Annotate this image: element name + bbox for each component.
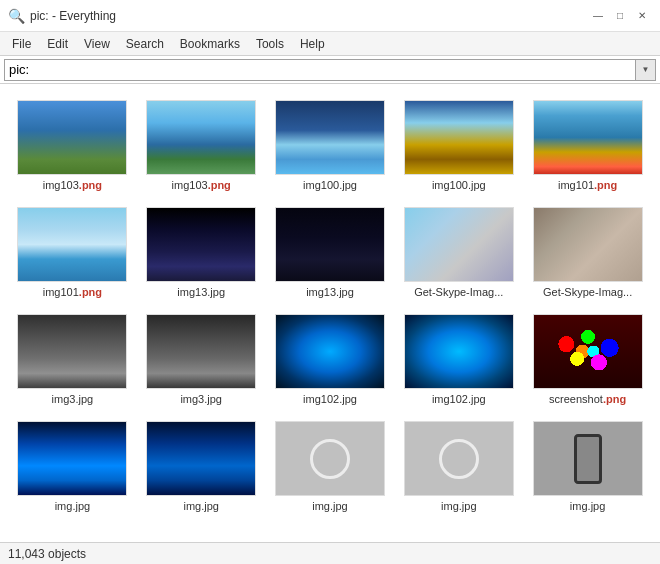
list-item[interactable]: img.jpg bbox=[141, 417, 262, 516]
file-thumbnail bbox=[533, 207, 643, 282]
search-dropdown-button[interactable]: ▼ bbox=[636, 59, 656, 81]
file-name: img103.png bbox=[172, 179, 231, 191]
list-item[interactable]: Get-Skype-Imag... bbox=[527, 203, 648, 302]
file-name: screenshot.png bbox=[549, 393, 626, 405]
file-name: img103.png bbox=[43, 179, 102, 191]
file-name: img13.jpg bbox=[177, 286, 225, 298]
file-name: img.jpg bbox=[570, 500, 605, 512]
list-item[interactable]: img101.png bbox=[12, 203, 133, 302]
list-item[interactable]: img103.png bbox=[12, 96, 133, 195]
file-thumbnail bbox=[17, 100, 127, 175]
file-thumbnail bbox=[533, 100, 643, 175]
file-thumbnail bbox=[275, 314, 385, 389]
app-icon: 🔍 bbox=[8, 8, 24, 24]
file-thumbnail bbox=[17, 314, 127, 389]
menu-item-bookmarks[interactable]: Bookmarks bbox=[172, 35, 248, 53]
list-item[interactable]: Get-Skype-Imag... bbox=[398, 203, 519, 302]
file-thumbnail bbox=[275, 421, 385, 496]
file-thumbnail bbox=[533, 314, 643, 389]
list-item[interactable]: img3.jpg bbox=[12, 310, 133, 409]
list-item[interactable]: img13.jpg bbox=[270, 203, 391, 302]
list-item[interactable]: img.jpg bbox=[12, 417, 133, 516]
file-name: img101.png bbox=[43, 286, 102, 298]
title-bar-left: 🔍 pic: - Everything bbox=[8, 8, 116, 24]
maximize-button[interactable]: □ bbox=[610, 6, 630, 26]
file-name: img.jpg bbox=[312, 500, 347, 512]
close-button[interactable]: ✕ bbox=[632, 6, 652, 26]
list-item[interactable]: img.jpg bbox=[398, 417, 519, 516]
file-name: img.jpg bbox=[183, 500, 218, 512]
window-controls: — □ ✕ bbox=[588, 6, 652, 26]
menu-item-file[interactable]: File bbox=[4, 35, 39, 53]
minimize-button[interactable]: — bbox=[588, 6, 608, 26]
file-thumbnail bbox=[17, 421, 127, 496]
file-name: img102.jpg bbox=[432, 393, 486, 405]
file-thumbnail bbox=[404, 314, 514, 389]
list-item[interactable]: img103.png bbox=[141, 96, 262, 195]
list-item[interactable]: screenshot.png bbox=[527, 310, 648, 409]
title-bar: 🔍 pic: - Everything — □ ✕ bbox=[0, 0, 660, 32]
search-input[interactable] bbox=[4, 59, 636, 81]
file-thumbnail bbox=[146, 314, 256, 389]
file-thumbnail bbox=[533, 421, 643, 496]
list-item[interactable]: img.jpg bbox=[527, 417, 648, 516]
list-item[interactable]: img102.jpg bbox=[398, 310, 519, 409]
menu-item-tools[interactable]: Tools bbox=[248, 35, 292, 53]
list-item[interactable]: img102.jpg bbox=[270, 310, 391, 409]
file-thumbnail bbox=[146, 207, 256, 282]
menu-item-edit[interactable]: Edit bbox=[39, 35, 76, 53]
list-item[interactable]: img13.jpg bbox=[141, 203, 262, 302]
file-name: img.jpg bbox=[441, 500, 476, 512]
file-thumbnail bbox=[146, 100, 256, 175]
file-name: img.jpg bbox=[55, 500, 90, 512]
file-name: img101.png bbox=[558, 179, 617, 191]
file-name: Get-Skype-Imag... bbox=[414, 286, 503, 298]
file-thumbnail bbox=[404, 207, 514, 282]
file-thumbnail bbox=[404, 100, 514, 175]
menu-item-help[interactable]: Help bbox=[292, 35, 333, 53]
file-name: img102.jpg bbox=[303, 393, 357, 405]
status-bar: 11,043 objects bbox=[0, 542, 660, 564]
list-item[interactable]: img100.jpg bbox=[398, 96, 519, 195]
file-thumbnail bbox=[17, 207, 127, 282]
status-text: 11,043 objects bbox=[8, 547, 86, 561]
file-thumbnail bbox=[146, 421, 256, 496]
file-grid: img103.png img103.png img100.jpg img100.… bbox=[8, 92, 652, 520]
main-content: img103.png img103.png img100.jpg img100.… bbox=[0, 84, 660, 542]
file-name: img100.jpg bbox=[303, 179, 357, 191]
menu-bar: FileEditViewSearchBookmarksToolsHelp bbox=[0, 32, 660, 56]
list-item[interactable]: img101.png bbox=[527, 96, 648, 195]
file-thumbnail bbox=[275, 100, 385, 175]
list-item[interactable]: img100.jpg bbox=[270, 96, 391, 195]
menu-item-view[interactable]: View bbox=[76, 35, 118, 53]
file-name: img100.jpg bbox=[432, 179, 486, 191]
menu-item-search[interactable]: Search bbox=[118, 35, 172, 53]
file-thumbnail bbox=[404, 421, 514, 496]
file-name: img3.jpg bbox=[52, 393, 94, 405]
window-title: pic: - Everything bbox=[30, 9, 116, 23]
file-name: Get-Skype-Imag... bbox=[543, 286, 632, 298]
file-thumbnail bbox=[275, 207, 385, 282]
file-name: img13.jpg bbox=[306, 286, 354, 298]
list-item[interactable]: img3.jpg bbox=[141, 310, 262, 409]
list-item[interactable]: img.jpg bbox=[270, 417, 391, 516]
file-name: img3.jpg bbox=[180, 393, 222, 405]
file-grid-container[interactable]: img103.png img103.png img100.jpg img100.… bbox=[0, 84, 660, 542]
search-bar: ▼ bbox=[0, 56, 660, 84]
